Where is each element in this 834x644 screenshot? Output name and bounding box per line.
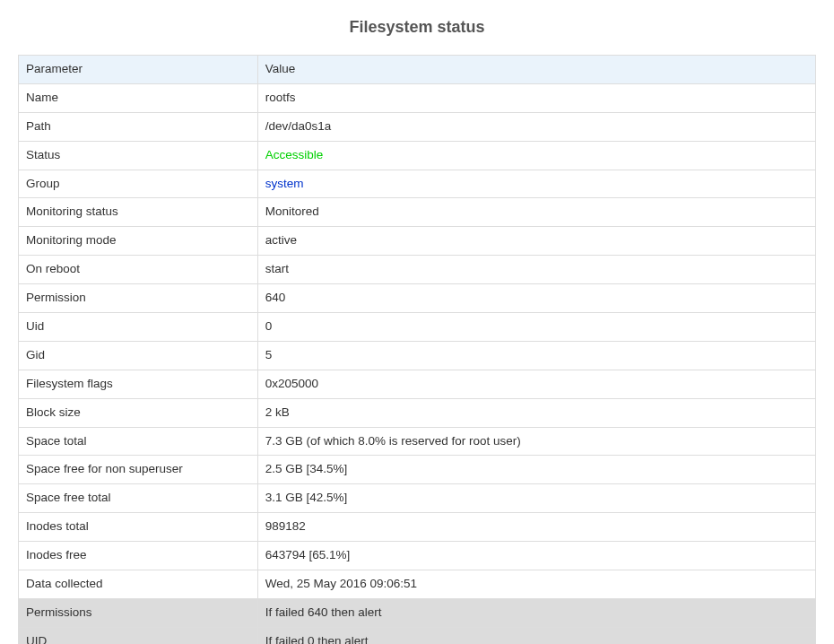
param-cell: Name: [19, 83, 258, 112]
param-cell: Monitoring mode: [19, 227, 258, 256]
param-cell: Inodes total: [19, 513, 258, 542]
value-cell: If failed 640 then alert: [257, 598, 815, 627]
table-body: NamerootfsPath/dev/da0s1aStatusAccessibl…: [19, 83, 816, 644]
param-cell: Status: [19, 141, 258, 170]
param-cell: Uid: [19, 313, 258, 342]
table-row: Gid5: [19, 341, 816, 370]
table-row: Monitoring statusMonitored: [19, 198, 816, 227]
value-cell: 643794 [65.1%]: [257, 542, 815, 570]
param-cell: Space free for non superuser: [19, 456, 258, 484]
table-header-row: Parameter Value: [19, 56, 816, 84]
param-cell: Inodes free: [19, 542, 258, 570]
table-row: Namerootfs: [19, 83, 816, 112]
group-link[interactable]: system: [265, 177, 304, 190]
param-cell: Block size: [19, 398, 258, 427]
table-row: Data collectedWed, 25 May 2016 09:06:51: [19, 570, 816, 599]
value-cell: 640: [257, 284, 815, 313]
param-cell: Group: [19, 170, 258, 198]
header-parameter: Parameter: [19, 56, 258, 84]
param-cell: Gid: [19, 341, 258, 370]
value-cell: 7.3 GB (of which 8.0% is reserved for ro…: [257, 427, 815, 456]
param-cell: UID: [19, 627, 258, 644]
table-row: Space free total3.1 GB [42.5%]: [19, 484, 816, 513]
table-row: Permission640: [19, 284, 816, 313]
value-cell: If failed 0 then alert: [257, 627, 815, 644]
value-cell: 989182: [257, 513, 815, 542]
table-row: Filesystem flags0x205000: [19, 370, 816, 398]
table-row: StatusAccessible: [19, 141, 816, 170]
value-cell: system: [257, 170, 815, 198]
page-title: Filesystem status: [18, 18, 816, 37]
param-cell: Filesystem flags: [19, 370, 258, 398]
table-row: Block size2 kB: [19, 398, 816, 427]
value-cell: 2 kB: [257, 398, 815, 427]
param-cell: Permission: [19, 284, 258, 313]
value-cell: 0: [257, 313, 815, 342]
value-cell: /dev/da0s1a: [257, 112, 815, 141]
value-cell: Wed, 25 May 2016 09:06:51: [257, 570, 815, 599]
value-cell: 5: [257, 341, 815, 370]
param-cell: Permissions: [19, 598, 258, 627]
table-row: Groupsystem: [19, 170, 816, 198]
table-row: Uid0: [19, 313, 816, 342]
value-cell: start: [257, 256, 815, 284]
value-cell: 3.1 GB [42.5%]: [257, 484, 815, 513]
value-cell: Monitored: [257, 198, 815, 227]
param-cell: On reboot: [19, 256, 258, 284]
param-cell: Space free total: [19, 484, 258, 513]
filesystem-status-table: Parameter Value NamerootfsPath/dev/da0s1…: [18, 55, 816, 644]
param-cell: Data collected: [19, 570, 258, 599]
table-row: Inodes total989182: [19, 513, 816, 542]
table-row: PermissionsIf failed 640 then alert: [19, 598, 816, 627]
value-cell: Accessible: [257, 141, 815, 170]
table-row: Path/dev/da0s1a: [19, 112, 816, 141]
value-cell: active: [257, 227, 815, 256]
param-cell: Space total: [19, 427, 258, 456]
param-cell: Path: [19, 112, 258, 141]
header-value: Value: [257, 56, 815, 84]
table-row: On rebootstart: [19, 256, 816, 284]
table-row: Space free for non superuser2.5 GB [34.5…: [19, 456, 816, 484]
value-cell: 2.5 GB [34.5%]: [257, 456, 815, 484]
table-row: Inodes free643794 [65.1%]: [19, 542, 816, 570]
table-row: Monitoring modeactive: [19, 227, 816, 256]
value-cell: 0x205000: [257, 370, 815, 398]
status-text: Accessible: [265, 148, 324, 161]
value-cell: rootfs: [257, 83, 815, 112]
table-row: UIDIf failed 0 then alert: [19, 627, 816, 644]
param-cell: Monitoring status: [19, 198, 258, 227]
table-row: Space total7.3 GB (of which 8.0% is rese…: [19, 427, 816, 456]
